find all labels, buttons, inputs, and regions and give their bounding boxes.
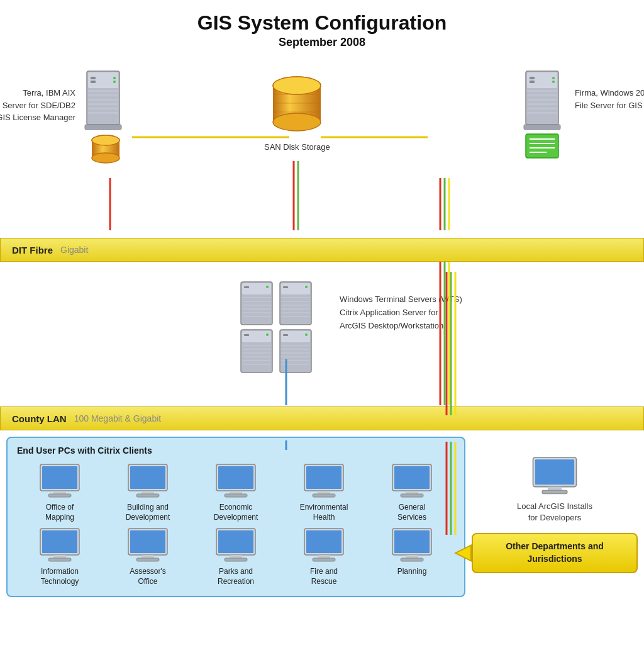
svg-rect-10 — [88, 108, 118, 109]
wts-server-3 — [239, 328, 275, 374]
svg-rect-62 — [281, 283, 310, 294]
county-lan-sublabel: 100 Megabit & Gigabit — [74, 413, 162, 423]
pc-item-planning: Planning — [369, 527, 455, 586]
svg-rect-78 — [242, 356, 271, 357]
county-lan-label: County LAN — [12, 413, 67, 424]
monitor-icon-parks — [213, 527, 258, 564]
svg-rect-37 — [524, 125, 560, 130]
pc-item-building: Building andDevelopment — [105, 463, 191, 522]
pc-item-it: InformationTechnology — [17, 527, 103, 586]
monitor-icon-environmental — [301, 463, 347, 500]
svg-rect-72 — [242, 331, 271, 342]
svg-rect-132 — [394, 530, 430, 553]
bottom-section: End User PCs with Citrix Clients Office … — [0, 437, 644, 597]
pc-grid: Office ofMapping Building andDevelopment — [17, 463, 455, 586]
svg-rect-120 — [130, 530, 165, 553]
svg-rect-133 — [406, 555, 418, 558]
pc-item-economic: EconomicDevelopment — [193, 463, 279, 522]
monitor-icon-it — [37, 527, 82, 564]
svg-rect-128 — [306, 530, 341, 553]
svg-rect-59 — [242, 312, 271, 313]
svg-rect-136 — [535, 459, 574, 484]
monitor-icon-mapping — [37, 463, 82, 500]
svg-rect-57 — [242, 305, 271, 306]
monitor-icon-fire — [301, 527, 347, 564]
firma-file-icon — [525, 133, 565, 159]
svg-rect-86 — [281, 349, 310, 350]
page-title-block: GIS System Configuration September 2008 — [0, 0, 644, 49]
dit-fibre-band: DIT Fibre Gigabit — [0, 238, 644, 262]
svg-rect-27 — [530, 77, 535, 79]
pc-item-office-mapping: Office ofMapping — [17, 463, 103, 522]
svg-rect-118 — [48, 558, 71, 561]
subtitle: September 2008 — [0, 36, 644, 49]
svg-point-74 — [266, 333, 269, 336]
pc-item-environmental: EnvironmentalHealth — [281, 463, 367, 522]
svg-rect-87 — [281, 352, 310, 354]
svg-rect-129 — [318, 555, 330, 558]
svg-point-30 — [552, 81, 555, 83]
monitor-icon-planning — [389, 527, 435, 564]
terra-label: Terra, IBM AIXDatabase Server for SDE/DB… — [0, 87, 75, 124]
svg-rect-28 — [530, 81, 535, 83]
middle-wires — [0, 262, 644, 406]
svg-rect-55 — [242, 297, 271, 298]
svg-rect-7 — [88, 94, 118, 96]
svg-rect-6 — [88, 90, 118, 92]
svg-rect-82 — [281, 331, 310, 342]
svg-rect-63 — [283, 286, 288, 288]
svg-rect-35 — [527, 108, 557, 109]
svg-rect-60 — [242, 316, 271, 317]
svg-rect-106 — [225, 494, 247, 497]
svg-rect-137 — [548, 487, 562, 491]
svg-point-4 — [113, 77, 116, 79]
svg-rect-88 — [281, 356, 310, 357]
firma-server-box: Firma, Windows 2003File Server for GIS P… — [521, 68, 569, 159]
pc-label-general: GeneralServices — [397, 503, 426, 522]
pc-item-general: GeneralServices — [369, 463, 455, 522]
other-dept-arrow — [454, 544, 472, 562]
developer-monitor-icon — [530, 456, 580, 497]
county-lan-band: County LAN 100 Megabit & Gigabit — [0, 406, 644, 430]
svg-rect-102 — [136, 494, 159, 497]
svg-rect-1 — [88, 72, 118, 88]
svg-rect-112 — [394, 466, 430, 489]
svg-point-17 — [92, 135, 119, 145]
middle-section: Windows Terminal Servers (WTS)Citrix App… — [0, 262, 644, 406]
svg-rect-98 — [48, 494, 71, 497]
svg-rect-130 — [313, 558, 335, 561]
pc-label-environmental: EnvironmentalHealth — [300, 503, 348, 522]
developer-pc-box: Local ArcGIS Installsfor Developers — [517, 456, 592, 523]
main-title: GIS System Configuration — [0, 11, 644, 35]
svg-rect-110 — [313, 494, 335, 497]
other-dept-label: Other Departments and Jurisdictions — [506, 541, 604, 564]
firma-tower-icon — [521, 68, 569, 131]
svg-rect-67 — [281, 305, 310, 306]
svg-rect-3 — [91, 81, 96, 83]
pc-item-parks: Parks andRecreation — [193, 527, 279, 586]
svg-rect-114 — [401, 494, 423, 497]
svg-rect-31 — [527, 90, 557, 92]
svg-rect-121 — [142, 555, 154, 558]
monitor-icon-building — [125, 463, 170, 500]
pc-label-fire: Fire andRescue — [310, 567, 338, 586]
terra-db-icon — [89, 133, 122, 167]
monitor-icon-assessor — [125, 527, 170, 564]
wts-server-1 — [239, 281, 275, 326]
top-section: Terra, IBM AIXDatabase Server for SDE/DB… — [0, 55, 644, 238]
svg-rect-52 — [242, 283, 271, 294]
wts-server-2 — [278, 281, 314, 326]
svg-rect-124 — [218, 530, 253, 553]
svg-rect-56 — [242, 301, 271, 302]
svg-rect-101 — [142, 491, 154, 494]
wts-cluster-box: Windows Terminal Servers (WTS)Citrix App… — [239, 281, 314, 374]
firma-label: Firma, Windows 2003File Server for GIS P… — [575, 87, 644, 111]
pc-label-mapping: Office ofMapping — [45, 503, 74, 522]
svg-rect-26 — [527, 72, 557, 88]
svg-rect-11 — [88, 112, 118, 114]
svg-rect-126 — [225, 558, 247, 561]
svg-rect-109 — [318, 491, 330, 494]
svg-rect-104 — [218, 466, 253, 489]
svg-rect-105 — [230, 491, 242, 494]
terra-server-box: Terra, IBM AIXDatabase Server for SDE/DB… — [82, 68, 130, 167]
